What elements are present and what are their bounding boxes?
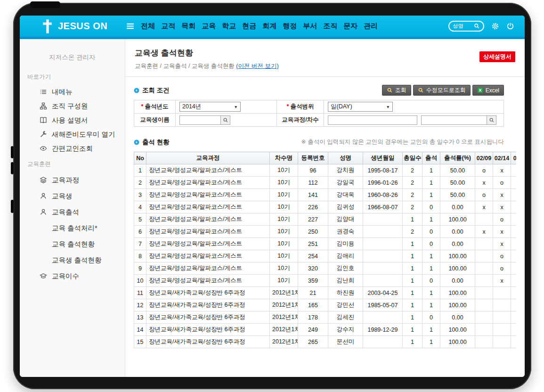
- table-row[interactable]: 11 장년교육/새가족교육/성장반 6주과정 2012년1차 21 하진원 20…: [134, 287, 517, 299]
- cell-reg-no: 178: [298, 311, 328, 324]
- table-row[interactable]: 12 장년교육/새가족교육/성장반 6주과정 2012년1차 165 강민선 1…: [134, 299, 517, 311]
- table-row[interactable]: 10 장년교육/영성교육/알파코스/게스트 10기 359 김난희 1 0 0: [134, 275, 517, 287]
- cell-name: 김귀성: [328, 201, 363, 213]
- sidebar-item-attendance-status[interactable]: 교육 출석현황: [20, 236, 125, 252]
- cell-0209: [475, 299, 493, 311]
- cell-rate: 100.00: [440, 299, 475, 311]
- sidebar-item-student-attendance-status[interactable]: 교육생 출석현황: [20, 252, 125, 268]
- previous-version-link[interactable]: (이전 버전 보기): [236, 63, 278, 69]
- table-row[interactable]: 2 장년교육/영성교육/알파코스/게스트 10기 112 강일국 1996-01…: [134, 177, 517, 189]
- nav-item[interactable]: 조직: [323, 22, 337, 31]
- attendance-year-select[interactable]: 2014년 ▼: [179, 102, 241, 112]
- sidebar-item-education-course[interactable]: 교육과정: [20, 172, 125, 188]
- org-chart-icon: [40, 102, 47, 110]
- table-row[interactable]: 14 장년교육/새가족교육/성장반 6주과정 2012년1차 249 강수지 1…: [134, 324, 517, 336]
- search-icon[interactable]: [474, 23, 480, 29]
- cell-class: 10기: [270, 164, 298, 177]
- table-row[interactable]: 1 장년교육/영성교육/알파코스/게스트 10기 96 강치원 1995-08-…: [134, 164, 517, 177]
- status-section-row: 출석 현황 ※ 출석이 입력되지 않은 교인의 경우에는 교인의 총 일수가 0…: [134, 136, 504, 148]
- cell-extra: [511, 262, 517, 275]
- app-logo[interactable]: JESUS ON: [41, 19, 107, 34]
- menu-toggle-button[interactable]: [126, 23, 134, 29]
- sidebar-item-newyear-helper[interactable]: 새해준비도우미 열기: [20, 127, 125, 141]
- cell-0214: o: [493, 250, 511, 262]
- cell-extra: [511, 238, 517, 250]
- nav-item[interactable]: 문자: [343, 22, 357, 31]
- nav-item[interactable]: 학교: [222, 22, 236, 31]
- course-number-input[interactable]: [421, 115, 487, 125]
- edit-mode-search-button[interactable]: 수정모드로조회: [413, 85, 471, 96]
- search-button[interactable]: 조회: [382, 85, 411, 96]
- sidebar-item-education-attendance[interactable]: 교육출석: [20, 204, 125, 220]
- sidebar-item-education-completion[interactable]: 교육이수: [20, 268, 125, 284]
- nav-item[interactable]: 교육: [202, 22, 216, 31]
- filter-section-title: 조회 조건: [134, 86, 170, 95]
- cell-total-days: 1: [403, 262, 422, 275]
- nav-item[interactable]: 회계: [262, 22, 276, 31]
- student-name-search-button[interactable]: [221, 115, 230, 125]
- table-row[interactable]: 5 장년교육/영성교육/알파코스/게스트 10기 227 김양대 1 1 10: [134, 213, 517, 226]
- nav-item[interactable]: 관리: [364, 22, 378, 31]
- cell-name: 하진원: [328, 287, 363, 299]
- cell-course: 장년교육/영성교육/알파코스/게스트: [146, 275, 270, 287]
- sidebar-item-my-menu[interactable]: 내메뉴: [20, 85, 125, 99]
- power-button[interactable]: [506, 22, 514, 30]
- column-header: No: [134, 152, 146, 164]
- attendance-range-select[interactable]: 일(DAY) ▼: [328, 102, 393, 112]
- table-row[interactable]: 3 장년교육/영성교육/알파코스/게스트 10기 141 강대욱 1960-08…: [134, 189, 517, 201]
- cell-0214: [493, 287, 511, 299]
- cell-no: 7: [134, 238, 146, 250]
- nav-item[interactable]: 전체: [141, 22, 155, 31]
- sidebar-item-quick-member-lookup[interactable]: 간편교인조회: [20, 141, 125, 155]
- table-row[interactable]: 15 장년교육/새가족교육/성장반 6주과정 2012년1차 265 문선미 1…: [134, 336, 517, 348]
- nav-item[interactable]: 행정: [283, 22, 297, 31]
- settings-button[interactable]: [491, 22, 499, 30]
- person-icon: [40, 192, 47, 200]
- excel-button[interactable]: Excel: [472, 85, 504, 96]
- name-search-box[interactable]: 성명: [448, 21, 484, 32]
- sidebar-item-attendance-processing[interactable]: 교육 출석처리*: [20, 220, 125, 236]
- cell-class: 10기: [270, 262, 298, 275]
- cell-attended: 1: [422, 164, 440, 177]
- cell-no: 8: [134, 250, 146, 262]
- column-header: 총일수: [403, 152, 422, 164]
- cell-0214: [493, 324, 511, 336]
- table-row[interactable]: 6 장년교육/영성교육/알파코스/게스트 10기 250 권경숙 2 0 0.: [134, 226, 517, 238]
- sidebar-item-label: 간편교인조회: [52, 144, 93, 153]
- sidebar-item-org-members[interactable]: 조직 구성원: [20, 99, 125, 113]
- course-search-button[interactable]: [487, 115, 496, 125]
- table-row[interactable]: 9 장년교육/영성교육/알파코스/게스트 10기 320 김인호 1 1 10: [134, 262, 517, 275]
- nav-item[interactable]: 목회: [181, 22, 195, 31]
- cell-rate: 100.00: [440, 336, 475, 348]
- nav-item[interactable]: 교적: [161, 22, 175, 31]
- gear-icon: [491, 22, 499, 30]
- course-input[interactable]: [328, 115, 417, 125]
- year-field-cell: 2014년 ▼: [176, 100, 277, 114]
- nav-item[interactable]: 현금: [242, 22, 256, 31]
- sidebar-item-education-student[interactable]: 교육생: [20, 188, 125, 204]
- cell-reg-no: 265: [298, 336, 328, 348]
- search-icon: [387, 87, 393, 93]
- cell-attended: 1: [422, 177, 440, 189]
- cell-attended: 0: [422, 201, 440, 213]
- person-icon: [40, 208, 47, 216]
- cell-reg-no: 141: [298, 189, 328, 201]
- cell-0209: [475, 238, 493, 250]
- sidebar-item-label: 교육 출석처리*: [52, 224, 97, 233]
- table-row[interactable]: 8 장년교육/영성교육/알파코스/게스트 10기 254 김애리 1 1 10: [134, 250, 517, 262]
- name-search-label: 성명: [453, 23, 463, 30]
- student-name-input[interactable]: [179, 115, 221, 125]
- chevron-down-icon: ▼: [386, 105, 390, 109]
- sidebar: 지저스온 관리자 바로가기 내메뉴: [20, 39, 125, 377]
- table-row[interactable]: 13 장년교육/새가족교육/성장반 6주과정 2012년1차 178 김세진 1…: [134, 311, 517, 324]
- table-row[interactable]: 7 장년교육/영성교육/알파코스/게스트 10기 251 김미용 1 0 0.: [134, 238, 517, 250]
- wrench-icon: [40, 131, 47, 138]
- table-row[interactable]: 4 장년교육/영성교육/알파코스/게스트 10기 226 김귀성 1966-08…: [134, 201, 517, 213]
- nav-item[interactable]: 부서: [303, 22, 317, 31]
- cell-extra: [511, 189, 517, 201]
- manual-badge[interactable]: 상세설명서: [479, 51, 515, 62]
- cell-no: 13: [134, 311, 146, 324]
- cell-total-days: 2: [403, 164, 422, 177]
- cell-rate: 0.00: [440, 275, 475, 287]
- sidebar-item-user-manual[interactable]: 사용 설명서: [20, 113, 125, 127]
